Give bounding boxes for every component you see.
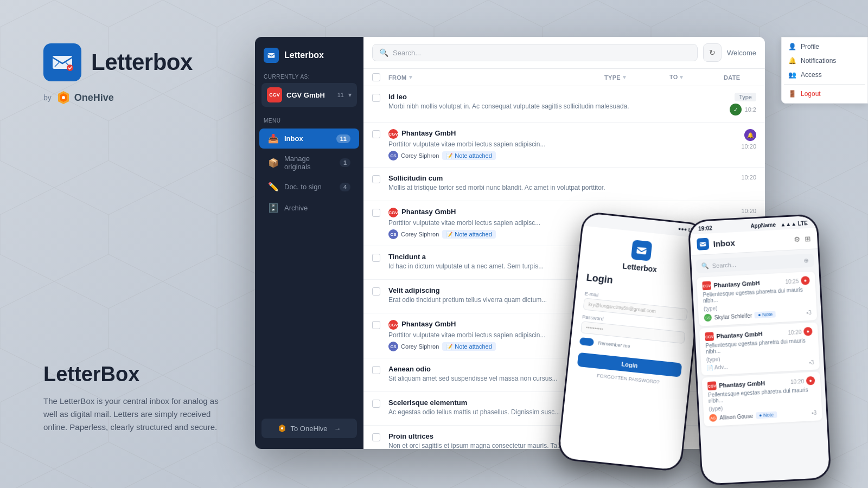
note-icon: 📝	[446, 153, 452, 159]
chevron-down-icon: ▾	[348, 91, 352, 99]
sender-avatar: CGV	[388, 320, 398, 330]
phone-email-item[interactable]: CGV Phantasy GmbH 10:20 ● Pellentesque e…	[702, 371, 822, 426]
row-checkbox[interactable]	[372, 287, 380, 296]
access-menu-item[interactable]: 👥 Access	[784, 68, 865, 82]
row-checkbox[interactable]	[372, 433, 380, 441]
sender-tag: CS Corey Siphron	[388, 151, 439, 160]
note-icon: 📝	[446, 232, 452, 237]
manage-label: Manage originals	[284, 155, 334, 171]
sidebar-item-archive[interactable]: 🗄️ Archive	[259, 198, 359, 218]
phone-unread-indicator2: ●	[803, 327, 813, 336]
table-row[interactable]: Id leo Morbi nibh mollis volutpat in. Ac…	[363, 86, 765, 123]
search-icon: 🔍	[379, 48, 388, 57]
inbox-badge: 11	[336, 134, 350, 143]
date-col-header[interactable]: DATE	[724, 74, 756, 81]
table-row[interactable]: CGV Phantasy GmbH Porttitor vulputate vi…	[363, 123, 765, 168]
phone-back-mockup: ●●● LTE Letterbox Login E-mail kry@longs…	[557, 211, 707, 472]
action-icon: 🔔	[744, 129, 756, 141]
row-check[interactable]	[372, 253, 388, 262]
company-name: CGV GmbH	[286, 91, 333, 99]
email-subject: Sollicitudin cum	[388, 174, 691, 182]
sidebar: Letterbox Currently as: CGV CGV GmbH 11 …	[255, 37, 363, 449]
company-badge: CGV	[267, 87, 282, 102]
company-selector[interactable]: CGV CGV GmbH 11 ▾	[261, 83, 357, 107]
sidebar-title: Letterbox	[284, 50, 324, 60]
email-time: 10:20	[741, 143, 756, 150]
phone-note-tag1: ● Note	[755, 311, 776, 318]
by-text: by	[43, 93, 52, 102]
phone-back-time	[591, 217, 591, 223]
check-all-checkbox[interactable]	[372, 73, 380, 81]
sidebar-item-manage[interactable]: 📦 Manage originals 1	[259, 150, 359, 176]
phone-email-item[interactable]: CGV Phantasy GmbH 10:20 ● Pellentesque e…	[699, 322, 820, 375]
onehive-name: OneHive	[74, 92, 114, 104]
row-check[interactable]	[372, 365, 388, 374]
row-check[interactable]	[372, 208, 388, 217]
phone-count2: ▪3	[809, 359, 814, 365]
svg-point-7	[281, 427, 283, 429]
email-preview: Mollis at tristique tortor sed morbi nun…	[388, 184, 691, 191]
row-check[interactable]	[372, 93, 388, 102]
phone-settings-icon[interactable]: ⚙	[794, 235, 801, 243]
phone-email-item[interactable]: CGV Phantasy GmbH 10:25 ● Pellentesque e…	[697, 271, 817, 326]
docsign-icon: ✏️	[268, 182, 279, 192]
row-checkbox[interactable]	[372, 94, 380, 102]
by-onehive-row: by OneHive	[43, 90, 239, 105]
svg-point-4	[62, 96, 65, 99]
note-tag: 📝 Note attached	[442, 230, 496, 239]
phone-count1: ▪3	[806, 309, 812, 315]
email-time: 10:20	[741, 208, 756, 214]
email-body: Sollicitudin cum Mollis at tristique tor…	[388, 174, 691, 194]
email-body: CGV Phantasy GmbH Porttitor vulputate vi…	[388, 129, 691, 160]
refresh-button[interactable]: ↻	[703, 43, 722, 62]
profile-menu-item[interactable]: 👤 Profile	[784, 40, 865, 54]
phone-search-box[interactable]: 🔍 Search... ⊕	[695, 254, 814, 273]
type-col-header[interactable]: TYPE ▾	[604, 74, 669, 81]
phone-email-time: 10:25	[785, 278, 799, 285]
phone-sender-name3: Phantasy GmbH	[719, 380, 765, 389]
sender-name: Corey Siphron	[401, 343, 439, 350]
phone-sender-name2: Phantasy GmbH	[716, 331, 762, 339]
row-check[interactable]	[372, 286, 388, 296]
date-label: DATE	[724, 74, 740, 81]
table-row[interactable]: Sollicitudin cum Mollis at tristique tor…	[363, 168, 765, 201]
to-col-header[interactable]: TO ▾	[669, 74, 724, 81]
to-onehive-button[interactable]: To OneHive →	[261, 419, 357, 438]
allison-avatar: AG	[709, 414, 717, 422]
row-check[interactable]	[372, 320, 388, 329]
note-label: Note attached	[455, 343, 492, 350]
phone-note-tag3: ● Note	[756, 411, 777, 419]
remember-toggle[interactable]	[579, 337, 594, 346]
refresh-icon: ↻	[709, 48, 716, 57]
sidebar-item-docsign[interactable]: ✏️ Doc. to sign 4	[259, 177, 359, 197]
search-input[interactable]: Search...	[393, 49, 421, 57]
phone-sender-name: Phantasy GmbH	[713, 280, 760, 288]
menu-label: Menu	[255, 118, 363, 124]
row-checkbox[interactable]	[372, 209, 380, 217]
logout-menu-item[interactable]: 🚪 Logout	[784, 87, 865, 101]
table-header: FROM ▾ TYPE ▾ TO ▾ DATE	[363, 69, 765, 86]
logout-label: Logout	[801, 90, 821, 98]
check-all-col	[372, 73, 388, 81]
row-checkbox[interactable]	[372, 175, 380, 183]
phone-filter-icon[interactable]: ⊞	[805, 234, 811, 243]
from-col-header[interactable]: FROM ▾	[388, 74, 604, 81]
notification-menu-item[interactable]: 🔔 Notifications	[784, 54, 865, 68]
row-check[interactable]	[372, 432, 388, 441]
sidebar-item-inbox[interactable]: 📥 Inbox 11	[259, 129, 359, 149]
row-checkbox[interactable]	[372, 254, 380, 262]
search-box[interactable]: 🔍 Search...	[372, 44, 698, 61]
row-checkbox[interactable]	[372, 130, 380, 138]
row-checkbox[interactable]	[372, 366, 380, 374]
email-time: 10:2	[745, 106, 756, 113]
onehive-logo: OneHive	[56, 90, 114, 105]
row-check[interactable]	[372, 129, 388, 138]
row-check[interactable]	[372, 174, 388, 183]
row-checkbox[interactable]	[372, 321, 380, 329]
phone-search-placeholder: Search...	[712, 261, 736, 269]
from-label: FROM	[388, 74, 407, 81]
row-checkbox[interactable]	[372, 400, 380, 408]
row-check[interactable]	[372, 399, 388, 408]
note-icon: 📝	[446, 344, 452, 350]
inbox-icon: 📥	[268, 133, 279, 144]
